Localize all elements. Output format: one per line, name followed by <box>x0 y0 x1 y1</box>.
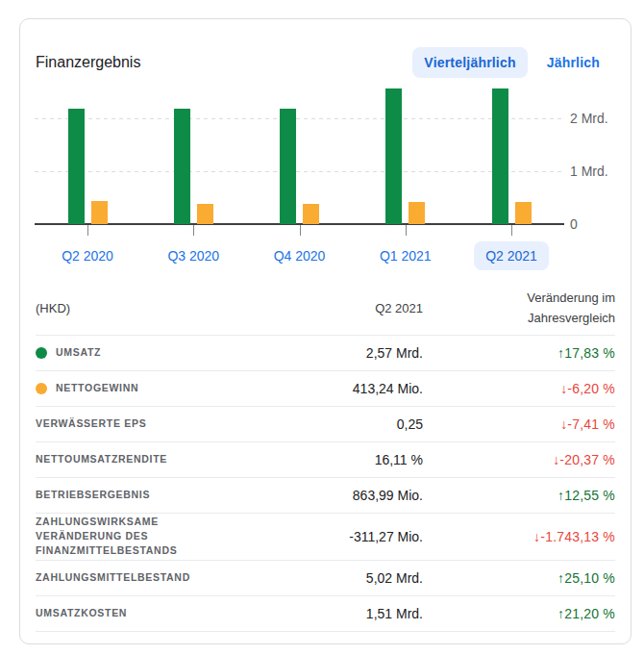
x-axis-tick <box>193 225 194 236</box>
series-dot <box>36 347 47 359</box>
row-value: 863,99 Mio. <box>199 488 423 503</box>
row-value: 5,02 Mrd. <box>199 570 423 586</box>
row-value: 0,25 <box>199 416 423 432</box>
row-change: ↑21,20 % <box>423 606 615 621</box>
x-label-q1-2021[interactable]: Q1 2021 <box>380 248 432 264</box>
x-axis-tick <box>406 225 407 236</box>
table-row: BETRIEBSERGEBNIS 863,99 Mio. ↑12,55 % <box>36 478 615 514</box>
row-change: ↓-6,20 % <box>423 381 615 396</box>
bar-nettogewinn-q2-2021[interactable] <box>515 202 532 224</box>
row-label: ZAHLUNGSWIRKSAME VERÄNDERUNG DES FINANZM… <box>36 515 199 559</box>
row-change: ↑12,55 % <box>423 488 615 503</box>
change-header: Veränderung im Jahresvergleich <box>423 289 615 327</box>
row-label-cell: ZAHLUNGSWIRKSAME VERÄNDERUNG DES FINANZM… <box>36 515 199 559</box>
bar-nettogewinn-q4-2020[interactable] <box>303 204 319 224</box>
toggle-quarterly-button[interactable]: Vierteljährlich <box>412 47 527 78</box>
currency-header: (HKD) <box>36 301 199 315</box>
x-axis-tick <box>87 225 88 236</box>
bar-umsatz-q2-2021[interactable] <box>492 88 508 224</box>
table-row: ZAHLUNGSWIRKSAME VERÄNDERUNG DES FINANZM… <box>36 514 615 561</box>
financials-table: (HKD) Q2 2021 Veränderung im Jahresvergl… <box>36 282 615 632</box>
row-change: ↓-1.743,13 % <box>423 529 615 544</box>
row-label-cell: VERWÄSSERTE EPS <box>36 416 199 431</box>
x-axis-labels: Q2 2020Q3 2020Q4 2020Q1 2021Q2 2021 <box>20 238 631 272</box>
toggle-yearly-button[interactable]: Jährlich <box>535 47 611 78</box>
table-header-row: (HKD) Q2 2021 Veränderung im Jahresvergl… <box>36 282 615 336</box>
row-label: NETTOGEWINN <box>56 381 138 395</box>
bar-chart: 2 Mrd.1 Mrd.0 <box>20 83 631 238</box>
period-header: Q2 2021 <box>199 301 423 315</box>
row-label-cell: UMSATZKOSTEN <box>36 606 199 620</box>
row-label: UMSATZ <box>56 345 101 360</box>
period-toggle: Vierteljährlich Jährlich <box>412 47 611 78</box>
y-axis-tick-label: 1 Mrd. <box>570 163 624 180</box>
table-row: NETTOUMSATZRENDITE 16,11 % ↓-20,37 % <box>36 442 615 478</box>
table-row: NETTOGEWINN 413,24 Mio. ↓-6,20 % <box>36 371 615 407</box>
gridline <box>35 171 564 172</box>
gridline <box>35 118 564 119</box>
financials-card: Finanzergebnis Vierteljährlich Jährlich … <box>19 18 632 644</box>
x-label-q2-2020[interactable]: Q2 2020 <box>62 248 113 264</box>
row-label-cell: NETTOGEWINN <box>36 381 199 395</box>
y-axis-tick-label: 0 <box>570 215 624 233</box>
row-label: UMSATZKOSTEN <box>36 606 127 620</box>
row-change: ↓-7,41 % <box>423 416 615 432</box>
bar-nettogewinn-q1-2021[interactable] <box>409 202 425 224</box>
bar-umsatz-q2-2020[interactable] <box>68 109 85 224</box>
row-label-cell: ZAHLUNGSMITTELBESTAND <box>36 570 199 585</box>
card-header: Finanzergebnis Vierteljährlich Jährlich <box>36 45 611 80</box>
row-value: 2,57 Mrd. <box>199 345 423 361</box>
row-change: ↓-20,37 % <box>423 452 615 467</box>
row-label: NETTOUMSATZRENDITE <box>36 452 167 466</box>
x-label-q4-2020[interactable]: Q4 2020 <box>274 248 326 264</box>
x-axis-tick <box>300 225 301 236</box>
row-label: ZAHLUNGSMITTELBESTAND <box>36 570 190 585</box>
table-row: UMSATZ 2,57 Mrd. ↑17,83 % <box>36 336 615 371</box>
row-change: ↑25,10 % <box>423 570 615 586</box>
row-value: 413,24 Mio. <box>199 381 423 396</box>
bar-umsatz-q4-2020[interactable] <box>280 109 296 224</box>
row-value: -311,27 Mio. <box>199 529 423 544</box>
x-label-q3-2020[interactable]: Q3 2020 <box>167 248 219 264</box>
bar-nettogewinn-q3-2020[interactable] <box>197 204 213 224</box>
row-change: ↑17,83 % <box>423 345 615 361</box>
row-value: 16,11 % <box>199 452 423 467</box>
row-label-cell: UMSATZ <box>36 345 199 360</box>
row-label: VERWÄSSERTE EPS <box>36 416 146 431</box>
table-row: VERWÄSSERTE EPS 0,25 ↓-7,41 % <box>36 407 615 442</box>
bar-nettogewinn-q2-2020[interactable] <box>91 201 108 224</box>
series-dot <box>36 383 47 394</box>
row-label-cell: NETTOUMSATZRENDITE <box>36 452 199 466</box>
x-axis-tick <box>511 225 512 236</box>
bar-umsatz-q3-2020[interactable] <box>174 109 190 224</box>
bar-umsatz-q1-2021[interactable] <box>385 88 402 224</box>
card-title: Finanzergebnis <box>36 54 140 71</box>
table-row: ZAHLUNGSMITTELBESTAND 5,02 Mrd. ↑25,10 % <box>36 561 615 596</box>
table-row: UMSATZKOSTEN 1,51 Mrd. ↑21,20 % <box>36 596 615 632</box>
y-axis-tick-label: 2 Mrd. <box>570 110 624 127</box>
row-value: 1,51 Mrd. <box>199 606 423 621</box>
row-label-cell: BETRIEBSERGEBNIS <box>36 488 199 502</box>
x-label-q2-2021[interactable]: Q2 2021 <box>474 241 549 270</box>
row-label: BETRIEBSERGEBNIS <box>36 488 150 502</box>
